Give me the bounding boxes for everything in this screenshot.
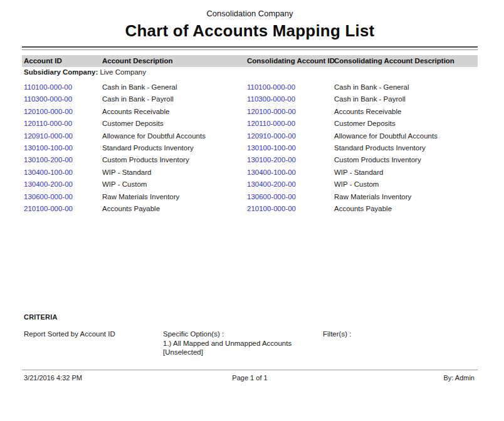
footer-page-number: Page 1 of 1 <box>22 374 478 382</box>
account-id-link[interactable]: 130400-200-00 <box>24 180 73 188</box>
account-id-link[interactable]: 110300-000-00 <box>24 95 72 103</box>
subsidiary-company-label: Subsidiary Company: <box>24 68 98 76</box>
title-divider <box>22 46 478 50</box>
specific-options-label: Specific Option(s) : <box>163 330 291 339</box>
account-id-link[interactable]: 130400-100-00 <box>24 169 73 176</box>
account-description: Raw Materials Inventory <box>102 193 179 200</box>
table-row: 120100-000-00Accounts Receivable120100-0… <box>0 107 504 118</box>
specific-option-line: 1.) All Mapped and Unmapped Accounts <box>163 339 291 348</box>
criteria-filters-label: Filter(s) : <box>323 330 351 339</box>
report-page: Consolidation Company Chart of Accounts … <box>0 0 504 421</box>
consolidating-account-description: Accounts Payable <box>334 205 392 212</box>
consolidating-account-id-link[interactable]: 110100-000-00 <box>247 83 295 91</box>
consolidating-account-description: Cash in Bank - Payroll <box>334 95 406 103</box>
account-description: Customer Deposits <box>102 120 164 127</box>
column-header-consolidating-account-id: Consolidating Account ID <box>247 55 335 67</box>
subsidiary-group-row: Subsidiary Company: Live Company <box>24 68 146 76</box>
table-row: 130100-200-00Custom Products Inventory13… <box>0 155 504 167</box>
account-description: Cash in Bank - Payroll <box>102 95 174 103</box>
consolidating-account-id-link[interactable]: 110300-000-00 <box>247 95 295 103</box>
consolidating-account-description: WIP - Custom <box>334 180 379 188</box>
table-row: 210100-000-00Accounts Payable210100-000-… <box>0 204 504 216</box>
account-id-link[interactable]: 130100-100-00 <box>24 144 73 152</box>
consolidating-account-description: Customer Deposits <box>334 120 396 127</box>
consolidating-account-id-link[interactable]: 120100-000-00 <box>247 108 296 115</box>
table-row: 110100-000-00Cash in Bank - General11010… <box>0 82 504 94</box>
table-body: 110100-000-00Cash in Bank - General11010… <box>0 82 504 216</box>
footer-divider <box>22 370 478 370</box>
account-description: Custom Products Inventory <box>102 156 189 164</box>
account-description: Cash in Bank - General <box>102 83 177 91</box>
criteria-heading: CRITERIA <box>24 313 58 321</box>
column-header-consolidating-account-description: Consolidating Account Description <box>334 55 454 67</box>
account-id-link[interactable]: 120910-000-00 <box>24 132 73 140</box>
account-description: WIP - Custom <box>102 180 147 188</box>
consolidating-account-description: WIP - Standard <box>334 169 383 176</box>
account-id-link[interactable]: 130100-200-00 <box>24 156 73 164</box>
account-description: Accounts Receivable <box>102 108 169 115</box>
consolidating-account-id-link[interactable]: 210100-000-00 <box>247 205 296 212</box>
subsidiary-company-value: Live Company <box>100 68 146 76</box>
account-description: Allowance for Doubtful Accounts <box>102 132 206 140</box>
criteria-specific-options: Specific Option(s) : 1.) All Mapped and … <box>163 330 291 357</box>
table-row: 130100-100-00Standard Products Inventory… <box>0 143 504 155</box>
company-name: Consolidation Company <box>22 9 478 18</box>
consolidating-account-id-link[interactable]: 130100-100-00 <box>247 144 296 152</box>
account-description: Accounts Payable <box>102 205 160 212</box>
account-description: WIP - Standard <box>102 169 151 176</box>
account-id-link[interactable]: 130600-000-00 <box>24 193 73 200</box>
consolidating-account-id-link[interactable]: 130100-200-00 <box>247 156 296 164</box>
criteria-sort-text: Report Sorted by Account ID <box>24 330 115 339</box>
consolidating-account-id-link[interactable]: 130600-000-00 <box>247 193 296 200</box>
table-row: 120910-000-00Allowance for Doubtful Acco… <box>0 131 504 143</box>
consolidating-account-id-link[interactable]: 120110-000-00 <box>247 120 295 127</box>
consolidating-account-id-link[interactable]: 120910-000-00 <box>247 132 296 140</box>
footer-by-user: By: Admin <box>443 374 475 382</box>
account-id-link[interactable]: 210100-000-00 <box>24 205 73 212</box>
column-header-account-description: Account Description <box>102 55 172 67</box>
table-row: 120110-000-00Customer Deposits120110-000… <box>0 118 504 130</box>
table-row: 130400-200-00WIP - Custom130400-200-00WI… <box>0 179 504 191</box>
consolidating-account-description: Accounts Receivable <box>334 108 401 115</box>
account-id-link[interactable]: 110100-000-00 <box>24 83 72 91</box>
table-header-row: Account ID Account Description Consolida… <box>22 55 478 67</box>
table-row: 130400-100-00WIP - Standard130400-100-00… <box>0 167 504 179</box>
account-description: Standard Products Inventory <box>102 144 194 152</box>
consolidating-account-description: Allowance for Doubtful Accounts <box>334 132 438 140</box>
consolidating-account-description: Raw Materials Inventory <box>334 193 411 200</box>
page-title: Chart of Accounts Mapping List <box>22 21 478 41</box>
consolidating-account-description: Custom Products Inventory <box>334 156 421 164</box>
account-id-link[interactable]: 120110-000-00 <box>24 120 72 127</box>
consolidating-account-description: Standard Products Inventory <box>334 144 426 152</box>
consolidating-account-description: Cash in Bank - General <box>334 83 409 91</box>
column-header-account-id: Account ID <box>24 55 62 67</box>
specific-option-line: [Unselected] <box>163 348 291 357</box>
consolidating-account-id-link[interactable]: 130400-200-00 <box>247 180 296 188</box>
table-row: 110300-000-00Cash in Bank - Payroll11030… <box>0 94 504 106</box>
consolidating-account-id-link[interactable]: 130400-100-00 <box>247 169 296 176</box>
table-row: 130600-000-00Raw Materials Inventory1306… <box>0 192 504 204</box>
account-id-link[interactable]: 120100-000-00 <box>24 108 73 115</box>
